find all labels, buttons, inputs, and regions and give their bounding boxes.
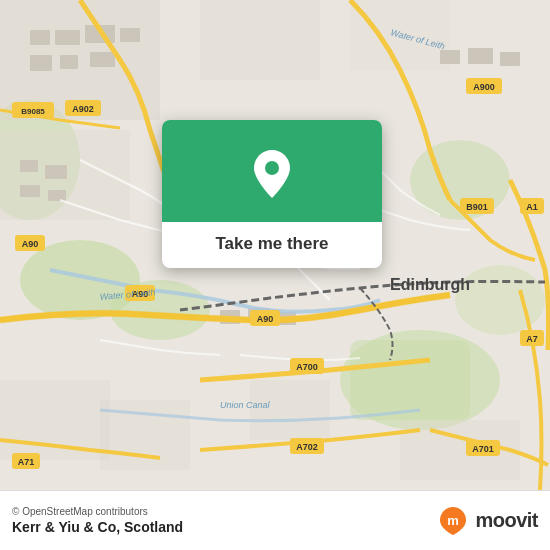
place-name: Kerr & Yiu & Co, Scotland <box>12 519 183 535</box>
svg-rect-32 <box>500 52 520 66</box>
bottom-left-info: © OpenStreetMap contributors Kerr & Yiu … <box>12 506 183 535</box>
svg-text:Union Canal: Union Canal <box>220 400 271 410</box>
svg-rect-15 <box>250 380 330 440</box>
svg-rect-30 <box>440 50 460 64</box>
svg-rect-17 <box>55 30 80 45</box>
svg-rect-13 <box>0 380 110 460</box>
moovit-logo: m moovit <box>437 505 538 537</box>
svg-text:B901: B901 <box>466 202 488 212</box>
svg-rect-31 <box>468 48 493 64</box>
svg-rect-21 <box>60 55 78 69</box>
svg-text:Edinburgh: Edinburgh <box>390 276 470 293</box>
svg-point-63 <box>265 161 279 175</box>
svg-text:A1: A1 <box>526 202 538 212</box>
svg-text:A90: A90 <box>257 314 274 324</box>
svg-rect-10 <box>200 0 320 80</box>
svg-rect-24 <box>45 165 67 179</box>
svg-text:A902: A902 <box>72 104 94 114</box>
bottom-bar: © OpenStreetMap contributors Kerr & Yiu … <box>0 490 550 550</box>
svg-rect-19 <box>120 28 140 42</box>
location-pin-icon <box>250 148 294 200</box>
svg-text:A702: A702 <box>296 442 318 452</box>
svg-rect-25 <box>20 185 40 197</box>
svg-text:A71: A71 <box>18 457 35 467</box>
svg-text:A90: A90 <box>22 239 39 249</box>
svg-rect-7 <box>350 340 470 420</box>
svg-text:m: m <box>448 513 460 528</box>
svg-rect-23 <box>20 160 38 172</box>
moovit-text: moovit <box>475 509 538 532</box>
moovit-icon: m <box>437 505 469 537</box>
cta-button-label: Take me there <box>195 222 348 268</box>
svg-rect-20 <box>30 55 52 71</box>
svg-text:B9085: B9085 <box>21 107 45 116</box>
cta-card[interactable]: Take me there <box>162 120 382 268</box>
svg-rect-16 <box>30 30 50 45</box>
cta-green-section <box>162 120 382 222</box>
map-container: A902 B9085 A90 A90 A90 A900 B901 A1 A7 A… <box>0 0 550 490</box>
svg-text:A700: A700 <box>296 362 318 372</box>
svg-text:A701: A701 <box>472 444 494 454</box>
osm-credit: © OpenStreetMap contributors <box>12 506 183 517</box>
svg-rect-22 <box>90 52 115 67</box>
svg-text:A7: A7 <box>526 334 538 344</box>
svg-rect-26 <box>48 190 66 201</box>
svg-text:A900: A900 <box>473 82 495 92</box>
